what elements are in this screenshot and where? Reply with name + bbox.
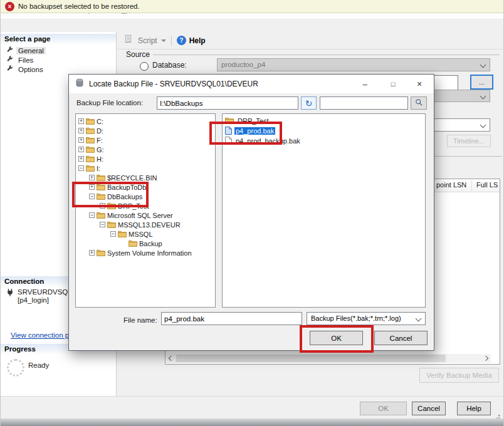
tree-item-recycle-bin[interactable]: +$RECYCLE.BIN — [76, 173, 215, 182]
folder-icon — [97, 174, 105, 182]
source-group-line — [153, 55, 500, 55]
backup-file-location-label: Backup File location: — [76, 99, 143, 106]
dialog-close-button[interactable]: × — [410, 75, 429, 93]
tree-item-mssql13-deveur[interactable]: −MSSQL13.DEVEUR — [76, 220, 215, 229]
error-icon: × — [5, 2, 14, 11]
source-group-label: Source — [126, 50, 150, 59]
ok-button[interactable]: OK — [360, 402, 407, 415]
annotation-box-ok-button — [300, 325, 374, 353]
verify-backup-media-button[interactable]: Verify Backup Media — [419, 368, 499, 383]
folder-icon — [86, 145, 95, 154]
grid-header-checkpoint-lsn[interactable]: point LSN — [436, 181, 466, 189]
error-message: No backupset selected to be restored. — [18, 3, 140, 10]
refresh-button[interactable]: ↻ — [301, 96, 317, 110]
scroll-left-arrow[interactable] — [166, 354, 175, 363]
file-name-input[interactable] — [161, 312, 302, 325]
help-button[interactable]: Help — [189, 36, 206, 45]
search-button[interactable] — [411, 96, 427, 110]
tree-item-mssql[interactable]: −MSSQL — [76, 229, 215, 239]
script-button[interactable]: Script — [138, 36, 157, 45]
dialog-cancel-button[interactable]: Cancel — [374, 331, 428, 345]
tree-item-label: Backup — [139, 240, 162, 247]
expand-icon[interactable]: + — [78, 118, 84, 124]
dialog-maximize-button[interactable]: □ — [384, 75, 402, 93]
folder-icon — [118, 230, 127, 239]
dialog-minimize-button[interactable]: – — [355, 75, 374, 93]
chevron-down-icon — [480, 62, 486, 68]
tree-item-label: C: — [97, 118, 103, 125]
tree-item-system-volume-information[interactable]: +System Volume Information — [76, 248, 215, 257]
footer-divider — [1, 396, 504, 397]
wrench-icon — [6, 56, 13, 64]
sidebar-item-general[interactable]: General — [1, 46, 116, 55]
annotation-box-p4-prod-bak — [209, 122, 282, 145]
tree-item-microsoft-sql-server[interactable]: −Microsoft SQL Server — [76, 210, 215, 220]
tree-item-label: MSSQL — [129, 231, 153, 238]
collapse-icon[interactable]: − — [89, 212, 95, 218]
select-a-page-header: Select a page — [1, 34, 116, 44]
browse-button[interactable]: ... — [470, 75, 493, 90]
tree-item-label: Microsoft SQL Server — [107, 212, 173, 219]
expand-icon[interactable]: + — [78, 147, 84, 152]
tree-item-label: MSSQL13.DEVEUR — [118, 221, 181, 229]
folder-icon — [107, 221, 116, 229]
folder-icon — [97, 211, 105, 220]
tree-item-d[interactable]: +D: — [76, 126, 215, 135]
collapse-icon[interactable]: − — [100, 222, 105, 227]
help-button-footer[interactable]: Help — [457, 402, 491, 415]
window-bottom-edge — [1, 418, 504, 426]
connection-server: SRVEURDVSQL0 — [18, 288, 76, 296]
source-database-combo[interactable]: productoo_p4 — [217, 58, 490, 71]
tree-item-c[interactable]: +C: — [76, 117, 215, 126]
toolbar-separator — [171, 36, 172, 46]
chevron-down-icon — [480, 122, 486, 128]
folder-icon — [86, 155, 95, 164]
folder-icon — [86, 117, 95, 126]
folder-icon — [86, 127, 95, 135]
locate-dialog-titlebar: Locate Backup File - SRVEURDVSQL01\DEVEU… — [69, 75, 434, 93]
scrollbar-thumb[interactable] — [176, 355, 446, 362]
backup-file-location-input[interactable] — [157, 96, 298, 110]
wrench-icon — [6, 65, 13, 73]
script-dropdown-caret-icon[interactable] — [161, 39, 166, 44]
database-radio[interactable] — [140, 62, 149, 71]
scroll-right-arrow[interactable] — [482, 354, 491, 363]
cancel-button[interactable]: Cancel — [412, 402, 446, 415]
file-type-filter-combo[interactable]: Backup Files(*.bak;*.trn;*.log) — [307, 312, 426, 325]
folder-tree: +C:+D:+F:+G:+H:−I:+$RECYCLE.BIN+BackupTo… — [75, 113, 216, 308]
connection-login: [p4_login] — [18, 296, 76, 304]
timeline-button[interactable]: Timeline... — [447, 135, 491, 147]
collapse-icon[interactable]: − — [110, 231, 116, 237]
restore-database-window: Restore Database - productoo_p4 – □ × × … — [0, 0, 504, 426]
expand-icon[interactable]: + — [89, 175, 95, 180]
collapse-icon[interactable]: − — [78, 165, 84, 171]
grid-header-full-lsn[interactable]: Full LS — [476, 181, 498, 189]
tree-item-backup[interactable]: Backup — [76, 239, 215, 248]
sidebar-item-options[interactable]: Options — [1, 65, 116, 74]
tree-item-h[interactable]: +H: — [76, 154, 215, 164]
locate-backup-file-dialog: Locate Backup File - SRVEURDVSQL01\DEVEU… — [68, 74, 434, 351]
tree-item-i[interactable]: −I: — [76, 164, 215, 173]
expand-icon[interactable]: + — [78, 128, 84, 133]
error-bar: × No backupset selected to be restored. — [1, 0, 504, 13]
tree-item-f[interactable]: +F: — [76, 135, 215, 145]
folder-icon — [97, 249, 105, 257]
folder-icon — [86, 164, 95, 173]
script-icon — [123, 34, 133, 46]
sidebar-item-label: Options — [16, 66, 45, 73]
file-name-label: File name: — [123, 316, 157, 324]
locate-dialog-title: Locate Backup File - SRVEURDVSQL01\DEVEU… — [89, 80, 258, 88]
chevron-down-icon — [480, 93, 486, 100]
expand-icon[interactable]: + — [78, 156, 84, 162]
expand-icon[interactable]: + — [78, 137, 84, 143]
search-input[interactable] — [320, 96, 408, 110]
tree-item-g[interactable]: +G: — [76, 145, 215, 154]
sidebar-item-label: General — [16, 47, 46, 55]
chevron-down-icon — [416, 316, 422, 322]
sidebar-item-files[interactable]: Files — [1, 55, 116, 65]
tree-item-label: I: — [97, 165, 100, 172]
connection-info: SRVEURDVSQL0 [p4_login] — [6, 288, 76, 304]
expand-icon[interactable]: + — [89, 250, 95, 256]
tree-item-label: D: — [97, 127, 103, 135]
progress-status: Ready — [28, 361, 49, 369]
